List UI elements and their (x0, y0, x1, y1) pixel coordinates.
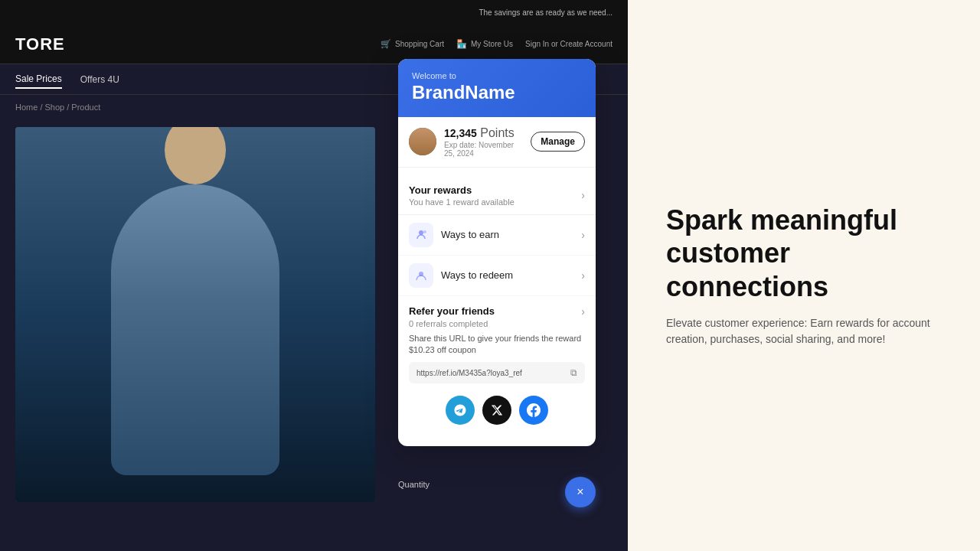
ways-earn-label: Ways to earn (441, 229, 573, 240)
subnav-sale-prices[interactable]: Sale Prices (15, 70, 62, 89)
right-subtext: Elevate customer experience: Earn reward… (666, 315, 942, 347)
ways-to-redeem-item[interactable]: Ways to redeem › (398, 256, 596, 296)
store-logo: TORE (15, 34, 65, 54)
store-hero-image (15, 127, 375, 502)
social-share-row (409, 391, 585, 428)
subnav-offers[interactable]: Offers 4U (80, 71, 119, 88)
rewards-title: Your rewards (409, 184, 514, 196)
welcome-label: Welcome to (412, 71, 582, 80)
person-body (111, 184, 279, 475)
facebook-button[interactable] (519, 396, 548, 425)
cart-icon: 🛒 (381, 39, 391, 49)
rewards-subtitle: You have 1 reward available (409, 197, 514, 207)
user-bar: 12,345 Points Exp date: November 25, 202… (398, 117, 596, 168)
store-quantity-section: Quantity (398, 479, 430, 490)
points-display: 12,345 Points (444, 126, 523, 140)
svg-point-1 (423, 230, 426, 233)
ways-redeem-chevron: › (581, 269, 585, 282)
right-panel: Spark meaningful customer connections El… (628, 0, 980, 551)
refer-url-row: https://ref.io/M3435a?loya3_ref ⧉ (409, 362, 585, 383)
x-twitter-button[interactable] (482, 396, 511, 425)
store-top-text: The savings are as ready as we need... (479, 8, 612, 17)
modal-header: Welcome to BrandName (398, 59, 596, 117)
rewards-modal: Welcome to BrandName 12,345 Points Exp d… (398, 59, 596, 447)
nav-shopping-cart[interactable]: 🛒 Shopping Cart (381, 39, 444, 49)
avatar (409, 128, 436, 155)
ways-redeem-icon (409, 263, 433, 288)
ways-earn-icon (409, 223, 433, 247)
exp-date: Exp date: November 25, 2024 (444, 141, 523, 158)
refer-url: https://ref.io/M3435a?loya3_ref (416, 369, 566, 377)
manage-button[interactable]: Manage (531, 132, 585, 152)
ways-redeem-label: Ways to redeem (441, 269, 573, 281)
rewards-chevron: › (581, 189, 585, 201)
nav-my-store[interactable]: 🏪 My Store Us (456, 39, 513, 49)
refer-completed: 0 referrals completed (409, 319, 585, 328)
ways-earn-chevron: › (581, 229, 585, 241)
refer-description: Share this URL to give your friends the … (409, 333, 585, 357)
person-head (165, 127, 226, 184)
refer-chevron[interactable]: › (581, 305, 585, 318)
store-icon: 🏪 (456, 39, 467, 49)
user-points-info: 12,345 Points Exp date: November 25, 202… (444, 126, 523, 158)
your-rewards-section[interactable]: Your rewards You have 1 reward available… (398, 177, 596, 215)
points-label: Points (480, 126, 514, 139)
my-store-label: My Store Us (471, 40, 513, 48)
nav-signin[interactable]: Sign In or Create Account (525, 40, 612, 48)
cart-label: Shopping Cart (395, 40, 444, 48)
nav-icons: 🛒 Shopping Cart 🏪 My Store Us Sign In or… (381, 39, 612, 49)
avatar-image (409, 128, 436, 155)
modal-wrapper: Welcome to BrandName 12,345 Points Exp d… (398, 82, 596, 470)
telegram-button[interactable] (446, 396, 475, 425)
refer-section: Refer your friends › 0 referrals complet… (398, 296, 596, 438)
refer-title: Refer your friends (409, 305, 495, 317)
signin-label: Sign In or Create Account (525, 40, 612, 48)
right-headline: Spark meaningful customer connections (666, 204, 942, 303)
ways-to-earn-item[interactable]: Ways to earn › (398, 215, 596, 256)
svg-point-0 (419, 230, 423, 235)
store-top-bar: The savings are as ready as we need... (0, 0, 628, 24)
copy-icon[interactable]: ⧉ (570, 367, 577, 378)
points-value: 12,345 (444, 127, 477, 139)
brand-name: BrandName (412, 82, 582, 103)
modal-body: Your rewards You have 1 reward available… (398, 168, 596, 447)
